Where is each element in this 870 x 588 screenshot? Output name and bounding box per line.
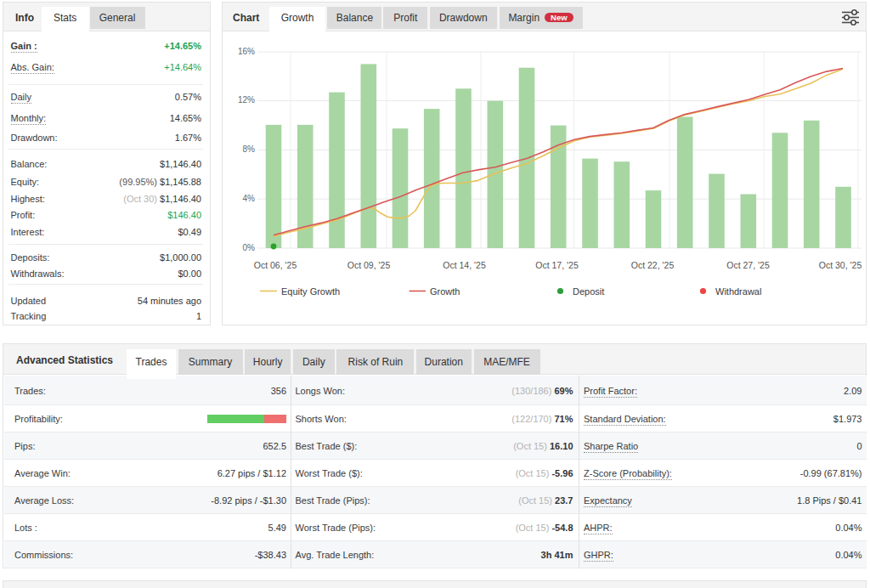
svg-text:Withdrawal: Withdrawal	[715, 286, 761, 297]
svg-text:0%: 0%	[243, 243, 256, 252]
svg-text:Oct 06, '25: Oct 06, '25	[254, 260, 297, 270]
svg-text:Oct 22, '25: Oct 22, '25	[631, 260, 675, 270]
svg-text:Oct 14, '25: Oct 14, '25	[443, 260, 486, 270]
svg-text:Deposit: Deposit	[573, 286, 604, 297]
svg-text:Equity Growth: Equity Growth	[281, 286, 340, 297]
svg-text:12%: 12%	[238, 95, 255, 105]
svg-text:8%: 8%	[243, 144, 256, 154]
svg-text:Oct 09, '25: Oct 09, '25	[347, 260, 391, 270]
svg-text:Oct 27, '25: Oct 27, '25	[726, 260, 770, 270]
svg-text:Growth: Growth	[430, 286, 460, 297]
svg-text:16%: 16%	[238, 47, 255, 56]
svg-text:Oct 30, '25: Oct 30, '25	[819, 260, 862, 270]
svg-text:Oct 17, '25: Oct 17, '25	[535, 260, 579, 270]
svg-text:4%: 4%	[243, 194, 256, 203]
